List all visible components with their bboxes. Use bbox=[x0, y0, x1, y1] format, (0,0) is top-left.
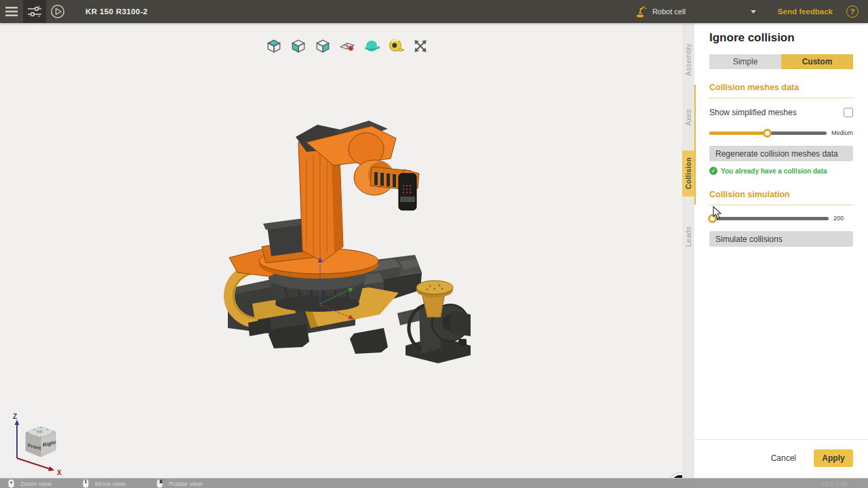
tab-custom[interactable]: Custom bbox=[781, 54, 853, 69]
project-name: Robot cell bbox=[652, 7, 686, 16]
chevron-down-icon bbox=[751, 10, 756, 14]
simulation-slider-handle[interactable] bbox=[708, 214, 717, 223]
show-simplified-checkbox[interactable] bbox=[844, 108, 853, 117]
project-selector[interactable]: Robot cell bbox=[635, 5, 756, 18]
side-tab-leads[interactable]: Leads bbox=[682, 222, 694, 251]
side-tab-collision[interactable]: Collision bbox=[682, 150, 694, 197]
hint-rotate-view: Rotate view bbox=[157, 479, 203, 488]
mouse-right-button-icon bbox=[157, 479, 163, 488]
panel-title: Ignore collision bbox=[709, 31, 853, 45]
viewport-3d[interactable]: Z X Top Front Right bbox=[0, 23, 682, 478]
mode-tabs: Simple Custom bbox=[709, 54, 853, 69]
panel-footer: Cancel Apply bbox=[694, 439, 868, 467]
simulation-speed-value: 200 bbox=[833, 215, 844, 222]
help-button[interactable]: ? bbox=[846, 5, 859, 18]
mesh-detail-slider-handle[interactable] bbox=[763, 129, 772, 138]
apply-button[interactable]: Apply bbox=[814, 449, 853, 467]
cancel-button[interactable]: Cancel bbox=[771, 453, 796, 463]
simulation-slider-track[interactable] bbox=[709, 217, 829, 220]
mesh-detail-slider: Medium bbox=[709, 129, 853, 136]
play-simulation-button[interactable] bbox=[46, 0, 69, 23]
axis-z-label: Z bbox=[13, 413, 17, 420]
hamburger-icon bbox=[5, 7, 18, 16]
orientation-view-cube[interactable]: Z X Top Front Right bbox=[8, 411, 69, 481]
collision-panel: Ignore collision Simple Custom Collision… bbox=[694, 23, 868, 478]
send-feedback-button[interactable]: Send feedback bbox=[778, 7, 833, 16]
version-label: 19.2.0.95 bbox=[821, 480, 848, 487]
tab-simple[interactable]: Simple bbox=[709, 54, 781, 69]
hint-zoom-view: Zoom view bbox=[8, 479, 52, 488]
mesh-detail-value: Medium bbox=[831, 129, 853, 136]
meshes-section-heading: Collision meshes data bbox=[709, 83, 853, 98]
axis-x-label: X bbox=[57, 469, 62, 476]
check-circle-icon: ✓ bbox=[709, 167, 717, 175]
hamburger-menu-button[interactable] bbox=[0, 0, 23, 23]
side-tab-assembly[interactable]: Assembly bbox=[682, 36, 694, 83]
mouse-middle-icon bbox=[83, 479, 89, 488]
side-tab-axes[interactable]: Axes bbox=[682, 102, 694, 132]
play-icon bbox=[50, 4, 65, 19]
status-bar: Zoom view Move view Rotate view 19.2.0.9… bbox=[0, 478, 868, 488]
simulation-speed-slider: 200 bbox=[709, 215, 853, 222]
configuration-sliders-button[interactable] bbox=[23, 0, 46, 23]
robot-cell-icon bbox=[635, 5, 647, 18]
side-tabstrip: Assembly Axes Collision Leads bbox=[682, 23, 694, 478]
mouse-scroll-icon bbox=[8, 479, 14, 488]
simulation-section-heading: Collision simulation bbox=[709, 190, 853, 205]
view-cube-body[interactable]: Top Front Right bbox=[26, 426, 56, 457]
hint-move-view: Move view bbox=[83, 479, 125, 488]
simulate-collisions-button[interactable]: Simulate collisions bbox=[709, 231, 853, 247]
panel-scroll-indicator bbox=[694, 85, 696, 205]
robot-cell-scene bbox=[0, 23, 682, 478]
sliders-icon bbox=[28, 6, 41, 17]
mesh-detail-slider-track[interactable] bbox=[709, 131, 827, 135]
top-bar: KR 150 R3100-2 Robot cell Send feedback … bbox=[0, 0, 868, 23]
collision-data-status: You already have a collision data bbox=[721, 167, 827, 175]
robot-model-title: KR 150 R3100-2 bbox=[85, 7, 148, 16]
show-simplified-label: Show simplified meshes bbox=[709, 108, 797, 117]
regenerate-meshes-button[interactable]: Regenerate collision meshes data bbox=[709, 146, 853, 161]
